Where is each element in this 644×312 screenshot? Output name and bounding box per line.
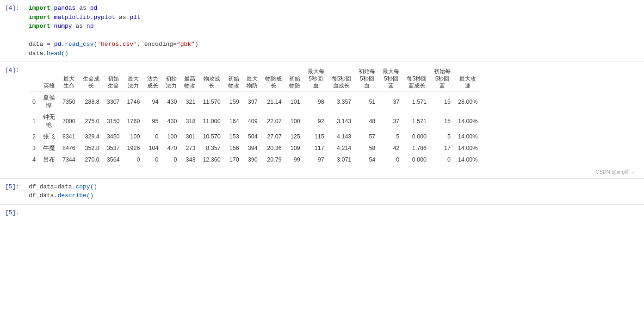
row-0-max-atkspd: 28.00% [454,92,481,112]
row-4-init-def: 99 [285,154,304,166]
row-4-init-mp-regen: 0 [430,154,454,166]
row-4-max-atkspd: 14.00% [454,154,481,166]
row-1-init-def: 100 [285,112,304,131]
row-4-max-mp: 0 [124,154,144,166]
code-line-blank [29,31,638,40]
col-header-init-mp-regen: 初始每5秒回蓝 [430,66,454,92]
row-4-hero: 吕布 [39,154,59,166]
row-3-init-regen: 58 [355,143,379,154]
row-1-init-atk: 164 [224,112,243,131]
encoding-val: “gbk” [177,41,195,48]
row-3-max-atk: 273 [180,143,199,154]
row-3-init-hp: 3537 [103,143,124,154]
row-0-max-mp-regen: 37 [379,92,403,112]
row-4-regen-growth: 3.071 [328,154,355,166]
row-4-max-regen: 97 [304,154,328,166]
row-1-max-regen: 92 [304,112,328,131]
row-1-max-mp: 1760 [124,112,144,131]
code-line-2: import matplotlib.pyplot as plt [29,13,638,22]
col-header-init-atk: 初始物攻 [224,66,243,92]
code-line-1: import pandas as pd [29,4,638,13]
row-1-mp-growth: 95 [143,112,162,131]
row-4-init-regen: 54 [355,154,379,166]
var-dfdata: df_data [29,183,54,190]
var-data: data [29,41,43,48]
row-0-mp-regen-growth: 1.571 [403,92,430,112]
table-row-highlighted: 2 张飞 8341 329.4 3450 100 0 100 301 10.57… [29,131,481,143]
row-2-max-def: 504 [243,131,261,143]
row-2-hero: 张飞 [39,131,59,143]
head-call: .head() [43,50,68,57]
cell-4-input: [4]: import pandas as pd import matplotl… [0,0,644,62]
code-line-dfdata-2: df_data.describe() [29,191,638,200]
module-numpy: numpy [54,23,72,30]
row-1-max-mp-regen: 37 [379,112,403,131]
code-line-4: data = pd.read_csv('heros.csv', encoding… [29,40,638,49]
pd-ref: pd [54,41,62,48]
row-1-init-regen: 48 [355,112,379,131]
alias-pd: pd [90,5,98,12]
row-3-atk-growth: 8.357 [199,143,224,154]
row-2-init-atk: 153 [224,131,243,143]
row-4-max-atk: 343 [180,154,199,166]
row-2-init-hp: 3450 [103,131,124,143]
row-3-hero: 牛魔 [39,143,59,154]
row-2-init-mp-regen: 5 [430,131,454,143]
close-paren-1: ) [195,41,198,48]
describe-call: .describe() [54,192,94,199]
row-3-max-mp-regen: 42 [379,143,403,154]
comma-encoding: , encoding= [137,41,177,48]
col-header-init-mp: 初始法力 [162,66,180,92]
keyword-import-1: import [29,5,54,12]
row-2-max-atk: 301 [180,131,199,143]
col-header-max-atkspd: 最大攻速 [454,66,481,92]
copy-call: .copy() [72,183,98,190]
row-2-mp-growth: 0 [143,131,162,143]
var-data-3: data [57,183,72,190]
col-header-max-def: 最大物防 [243,66,261,92]
row-0-init-hp: 3307 [103,92,124,112]
cell-4-output-label: [4]: [0,62,23,78]
col-header-max-mp-regen: 最大每5秒回蓝 [379,66,403,92]
notebook: [4]: import pandas as pd import matplotl… [0,0,644,312]
as-keyword-2: as [115,14,130,21]
row-1-atk-growth: 11.000 [199,112,224,131]
col-header-index [29,66,39,92]
row-2-max-mp-regen: 5 [379,131,403,143]
row-2-atk-growth: 10.570 [199,131,224,143]
row-1-hp-growth: 275.0 [79,112,103,131]
row-3-init-mp: 470 [162,143,180,154]
row-3-mp-regen-growth: 1.786 [403,143,430,154]
row-1-max-atkspd: 14.00% [454,112,481,131]
row-2-max-mp: 100 [124,131,144,143]
row-0-index: 0 [29,92,39,112]
row-1-def-growth: 22.07 [261,112,285,131]
row-0-max-mp: 1746 [124,92,144,112]
row-0-hero: 夏侯惇 [39,92,59,112]
col-header-init-regen: 初始每5秒回血 [355,66,379,92]
row-1-mp-regen-growth: 1.571 [403,112,430,131]
row-4-atk-growth: 12.360 [199,154,224,166]
row-2-init-mp: 100 [162,131,180,143]
cell-4-output: [4]: 英雄 最大生命 生命成长 初始生命 最大法力 法力成长 初始法力 最高… [0,62,644,179]
cell-4-input-content: import pandas as pd import matplotlib.py… [23,0,644,62]
cell-4-input-label: [4]: [0,0,23,16]
table-row: 0 夏侯惇 7350 288.8 3307 1746 94 430 321 11… [29,92,481,112]
col-header-init-hp: 初始生命 [103,66,124,92]
row-2-max-atkspd: 14.00% [454,131,481,143]
row-0-max-regen: 98 [304,92,328,112]
row-4-init-atk: 170 [224,154,243,166]
row-1-regen-growth: 3.143 [328,112,355,131]
assign-op: = [43,41,54,48]
csv-filename: 'heros.csv' [97,41,137,48]
table-row: 3 牛魔 8476 352.8 3537 1926 104 470 273 8.… [29,143,481,154]
row-0-max-def: 397 [243,92,261,112]
row-0-hp-growth: 288.8 [79,92,103,112]
cell-5-running: [5]. [0,205,644,221]
as-keyword-1: as [75,5,90,12]
cell-5-running-label: [5]. [0,205,23,221]
row-3-hp-growth: 352.8 [79,143,103,154]
col-header-regen-growth: 每5秒回血成长 [328,66,355,92]
row-0-max-hp: 7350 [59,92,79,112]
row-4-init-hp: 3564 [103,154,124,166]
